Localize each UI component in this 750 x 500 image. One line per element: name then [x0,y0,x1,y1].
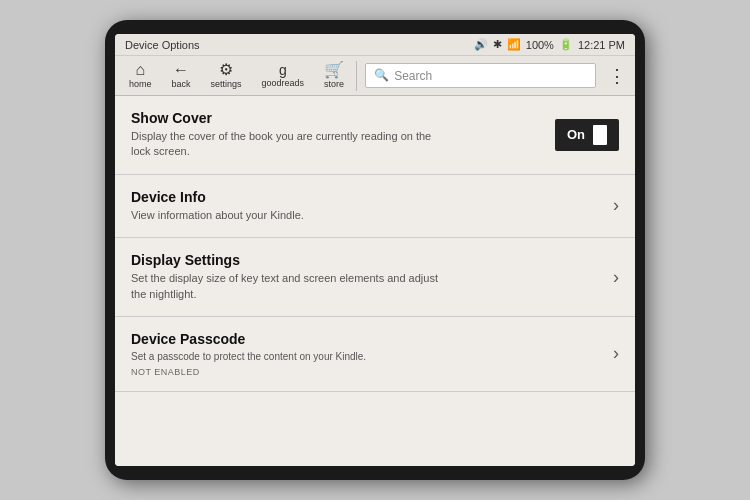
search-placeholder: Search [394,69,432,83]
nav-more-button[interactable]: ⋮ [602,65,631,87]
display-settings-left: Display Settings Set the display size of… [131,252,613,302]
nav-back-label: back [172,79,191,89]
nav-settings-label: settings [211,79,242,89]
show-cover-item[interactable]: Show Cover Display the cover of the book… [115,96,635,175]
nav-settings[interactable]: ⚙ settings [201,56,252,95]
goodreads-icon: g [279,63,287,77]
nav-home[interactable]: ⌂ home [119,56,162,95]
store-icon: 🛒 [324,62,344,78]
device-info-item[interactable]: Device Info View information about your … [115,175,635,238]
home-icon: ⌂ [135,62,145,78]
battery-icon: 🔋 [559,38,573,51]
volume-icon: 🔊 [474,38,488,51]
display-settings-item[interactable]: Display Settings Set the display size of… [115,238,635,317]
show-cover-title: Show Cover [131,110,555,126]
device-passcode-chevron: › [613,343,619,364]
battery-label: 100% [526,39,554,51]
clock: 12:21 PM [578,39,625,51]
toggle-on-label: On [567,127,585,142]
search-bar[interactable]: 🔍 Search [365,63,596,88]
device-passcode-item[interactable]: Device Passcode Set a passcode to protec… [115,317,635,392]
device-passcode-left: Device Passcode Set a passcode to protec… [131,331,613,377]
display-settings-title: Display Settings [131,252,613,268]
bluetooth-icon: ✱ [493,38,502,51]
nav-goodreads-label: goodreads [262,78,305,88]
status-title: Device Options [125,39,200,51]
nav-home-label: home [129,79,152,89]
device-info-left: Device Info View information about your … [131,189,613,223]
search-icon: 🔍 [374,68,389,83]
status-right: 🔊 ✱ 📶 100% 🔋 12:21 PM [474,38,625,51]
kindle-device: Device Options 🔊 ✱ 📶 100% 🔋 12:21 PM ⌂ h… [105,20,645,480]
nav-goodreads[interactable]: g goodreads [252,57,315,94]
status-bar: Device Options 🔊 ✱ 📶 100% 🔋 12:21 PM [115,34,635,56]
device-screen: Device Options 🔊 ✱ 📶 100% 🔋 12:21 PM ⌂ h… [115,34,635,466]
back-icon: ← [173,62,189,78]
device-info-chevron: › [613,195,619,216]
show-cover-left: Show Cover Display the cover of the book… [131,110,555,160]
toggle-indicator [593,125,607,145]
nav-back[interactable]: ← back [162,56,201,95]
content-area: Show Cover Display the cover of the book… [115,96,635,466]
device-info-desc: View information about your Kindle. [131,208,441,223]
display-settings-desc: Set the display size of key text and scr… [131,271,441,302]
wifi-icon: 📶 [507,38,521,51]
not-enabled-badge: NOT ENABLED [131,367,613,377]
show-cover-desc: Display the cover of the book you are cu… [131,129,441,160]
nav-items: ⌂ home ← back ⚙ settings g goodreads 🛒 [119,56,631,95]
display-settings-chevron: › [613,267,619,288]
device-passcode-desc: Set a passcode to protect the content on… [131,350,441,364]
nav-divider [356,61,357,91]
show-cover-toggle[interactable]: On [555,119,619,151]
nav-store-label: store [324,79,344,89]
nav-store[interactable]: 🛒 store [314,56,354,95]
device-info-title: Device Info [131,189,613,205]
settings-icon: ⚙ [219,62,233,78]
nav-bar: ⌂ home ← back ⚙ settings g goodreads 🛒 [115,56,635,96]
device-passcode-title: Device Passcode [131,331,613,347]
